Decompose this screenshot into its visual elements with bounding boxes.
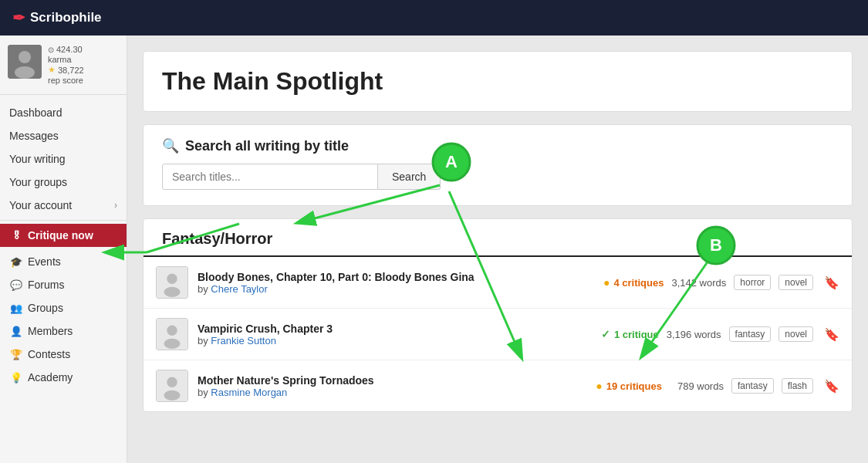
writing-avatar-2: [156, 318, 188, 350]
sidebar-item-members[interactable]: 👤 Members: [0, 319, 127, 343]
karma-row: ⊙ 424.30: [48, 45, 84, 54]
word-count-2: 3,196 words: [667, 329, 721, 340]
author-link-2[interactable]: Frankie Sutton: [211, 335, 276, 346]
word-count-3: 789 words: [670, 380, 724, 392]
sidebar: ⊙ 424.30 karma ★ 38,722 rep score Dashbo…: [0, 35, 127, 463]
sidebar-item-critique-now[interactable]: 🎖 Critique now: [0, 224, 127, 247]
critique-now-label: Critique now: [28, 229, 93, 242]
rep-row: ★ 38,722: [48, 65, 84, 75]
academy-label: Academy: [28, 371, 73, 384]
spotlight-title: The Main Spotlight: [162, 67, 833, 96]
main-layout: ⊙ 424.30 karma ★ 38,722 rep score Dashbo…: [0, 35, 868, 463]
sidebar-item-forums[interactable]: 💬 Forums: [0, 273, 127, 296]
table-row: Vampiric Crush, Chapter 3 by Frankie Sut…: [144, 309, 852, 360]
critiques-badge-3: ● 19 critiques: [596, 380, 662, 392]
members-icon: 👤: [9, 326, 23, 337]
search-heading-icon: 🔍: [162, 137, 179, 154]
green-check-icon-2: ✓: [601, 328, 610, 340]
your-writing-label: Your writing: [9, 153, 66, 165]
search-button[interactable]: Search: [378, 164, 441, 190]
sidebar-item-contests[interactable]: 🏆 Contests: [0, 343, 127, 366]
logo[interactable]: ✒ Scribophile: [12, 8, 102, 27]
orange-dot-icon-1: ●: [603, 276, 610, 289]
writing-info-2: Vampiric Crush, Chapter 3 by Frankie Sut…: [198, 323, 592, 346]
search-heading: 🔍 Search all writing by title: [162, 137, 833, 154]
app-name: Scribophile: [30, 10, 102, 25]
messages-label: Messages: [9, 130, 59, 142]
groups-label: Groups: [28, 302, 63, 314]
bookmark-icon-2[interactable]: 🔖: [824, 327, 839, 342]
sidebar-item-groups[interactable]: 👥 Groups: [0, 296, 127, 319]
sidebar-item-your-account[interactable]: Your account ›: [0, 194, 127, 217]
groups-icon: 👥: [9, 302, 23, 314]
svg-point-11: [164, 390, 181, 400]
writing-title-2: Vampiric Crush, Chapter 3: [198, 323, 592, 335]
tag-fantasy-3[interactable]: fantasy: [731, 378, 774, 394]
tag-horror[interactable]: horror: [734, 275, 771, 290]
tag-novel-2[interactable]: novel: [778, 326, 813, 342]
svg-point-1: [19, 51, 31, 63]
events-label: Events: [28, 255, 61, 268]
svg-point-8: [164, 339, 181, 349]
writing-meta-1: ● 4 critiques 3,142 words horror novel 🔖: [603, 275, 839, 290]
sidebar-item-your-groups[interactable]: Your groups: [0, 171, 127, 194]
bookmark-icon-3[interactable]: 🔖: [824, 379, 839, 394]
table-row: Mother Nature's Spring Tornadoes by Rasm…: [144, 360, 852, 411]
academy-icon: 💡: [9, 372, 23, 384]
dashboard-label: Dashboard: [9, 106, 62, 119]
karma-value: 424.30: [56, 45, 83, 54]
author-link-1[interactable]: Chere Taylor: [211, 283, 267, 295]
critique-count-2: 1 critique: [614, 329, 659, 340]
sidebar-item-events[interactable]: 🎓 Events: [0, 250, 127, 273]
sidebar-item-academy[interactable]: 💡 Academy: [0, 366, 127, 389]
members-label: Members: [28, 325, 73, 337]
search-row: Search: [162, 164, 833, 190]
writing-info-1: Bloody Bones, Chapter 10, Part 0: Bloody…: [198, 271, 594, 295]
writing-title-1: Bloody Bones, Chapter 10, Part 0: Bloody…: [198, 271, 594, 283]
star-icon: ★: [48, 65, 56, 75]
critique-now-icon: 🎖: [9, 230, 23, 242]
critiques-badge-1: ● 4 critiques: [603, 276, 664, 289]
karma-label: karma: [48, 55, 84, 64]
spotlight-card: The Main Spotlight: [143, 51, 853, 112]
sidebar-item-dashboard[interactable]: Dashboard: [0, 101, 127, 124]
writing-author-2: by Frankie Sutton: [198, 335, 592, 346]
tag-novel-1[interactable]: novel: [778, 275, 813, 290]
your-groups-label: Your groups: [9, 176, 67, 188]
tag-fantasy-2[interactable]: fantasy: [729, 326, 772, 342]
avatar[interactable]: [8, 45, 42, 79]
author-link-3[interactable]: Rasmine Morgan: [211, 387, 287, 398]
bookmark-icon-1[interactable]: 🔖: [824, 275, 839, 290]
forums-label: Forums: [28, 279, 64, 291]
orange-dot-icon-3: ●: [596, 380, 602, 392]
tag-flash[interactable]: flash: [782, 378, 813, 394]
table-row: Bloody Bones, Chapter 10, Part 0: Bloody…: [144, 257, 852, 309]
critiques-badge-2: ✓ 1 critique: [601, 328, 659, 340]
karma-icon: ⊙: [48, 46, 54, 54]
search-heading-text: Search all writing by title: [185, 138, 349, 154]
genre-header: Fantasy/Horror: [144, 219, 852, 257]
content-area: The Main Spotlight 🔍 Search all writing …: [127, 35, 868, 463]
writing-meta-3: ● 19 critiques 789 words fantasy flash 🔖: [596, 378, 839, 394]
svg-point-2: [15, 66, 35, 79]
writing-avatar-3: [156, 370, 188, 402]
svg-point-7: [167, 326, 177, 336]
writing-info-3: Mother Nature's Spring Tornadoes by Rasm…: [198, 374, 586, 398]
svg-point-4: [167, 274, 177, 284]
your-account-label: Your account: [9, 199, 72, 211]
sidebar-item-your-writing[interactable]: Your writing: [0, 147, 127, 171]
events-icon: 🎓: [9, 256, 23, 268]
svg-point-5: [164, 287, 181, 297]
rep-value: 38,722: [58, 66, 84, 75]
top-nav: ✒ Scribophile: [0, 0, 868, 35]
chevron-right-icon: ›: [114, 200, 117, 211]
search-section: 🔍 Search all writing by title Search: [143, 124, 853, 206]
user-stats: ⊙ 424.30 karma ★ 38,722 rep score: [48, 45, 84, 85]
critique-count-1: 4 critiques: [613, 277, 664, 289]
sidebar-item-messages[interactable]: Messages: [0, 124, 127, 147]
critique-count-3: 19 critiques: [606, 380, 662, 392]
search-input[interactable]: [162, 164, 378, 190]
writing-avatar-1: [156, 266, 188, 299]
sidebar-navigation: Dashboard Messages Your writing Your gro…: [0, 95, 127, 395]
contests-icon: 🏆: [9, 349, 23, 360]
